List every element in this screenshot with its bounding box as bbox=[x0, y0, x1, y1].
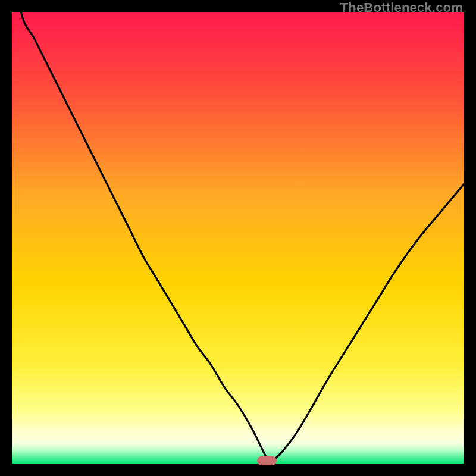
optimum-marker bbox=[257, 456, 277, 465]
gradient-background bbox=[12, 12, 464, 464]
watermark-text: TheBottleneck.com bbox=[340, 0, 463, 15]
chart-frame bbox=[12, 12, 464, 464]
bottleneck-chart bbox=[12, 12, 464, 464]
